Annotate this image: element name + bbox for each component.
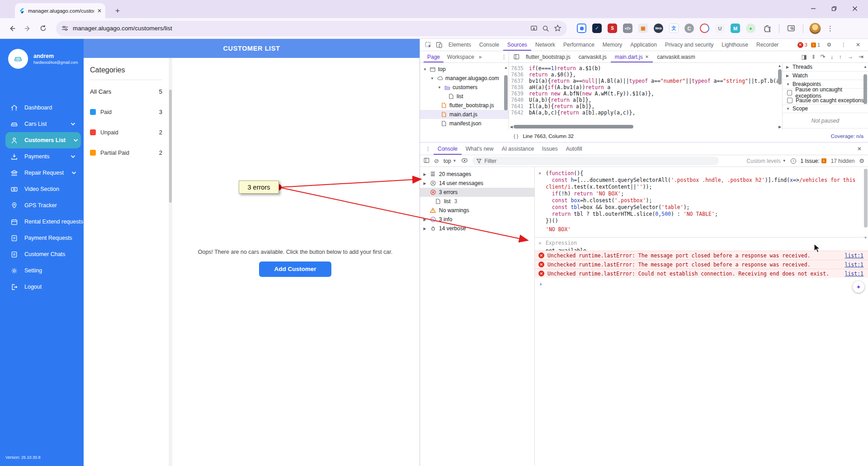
tab-performance[interactable]: Performance <box>559 39 599 51</box>
file-tab-flutter-bootstrap[interactable]: flutter_bootstrap.js <box>522 51 575 62</box>
live-expression-icon[interactable] <box>461 158 468 164</box>
tab-application[interactable]: Application <box>626 39 661 51</box>
chrome-menu-icon[interactable]: ⋮ <box>827 24 834 33</box>
error-source-link[interactable]: list:1 <box>844 262 863 268</box>
new-tab-button[interactable]: + <box>112 5 123 16</box>
debugger-scrollbar[interactable]: ▲ <box>863 65 867 104</box>
pause-caught-checkbox[interactable] <box>787 98 793 103</box>
tab-workspace[interactable]: Workspace <box>443 51 478 62</box>
browser-tab[interactable]: manager.alugago.com/custome ✕ <box>15 3 105 18</box>
tree-item-customers[interactable]: ▼ customers <box>420 83 509 92</box>
filter-errors-list-source[interactable]: list 3 <box>420 197 534 206</box>
console-prompt[interactable]: › <box>535 278 868 287</box>
issues-counter[interactable]: 1 Issue:1 <box>801 158 826 164</box>
devtools-error-badge[interactable]: ✕3 <box>797 42 807 48</box>
drawer-menu-icon[interactable]: ⋮ <box>423 143 434 154</box>
filter-paid[interactable]: Paid 3 <box>90 109 162 115</box>
reload-icon[interactable] <box>37 23 49 34</box>
profile-avatar[interactable] <box>809 23 821 34</box>
close-window-button[interactable] <box>844 0 865 17</box>
extension-code-icon[interactable]: </> <box>623 24 632 33</box>
code-editor[interactable]: 7635if(e===1)return a.$1(b)7636return a.… <box>509 63 783 130</box>
context-selector[interactable]: top▼ <box>443 158 457 164</box>
page-scrollbar[interactable] <box>169 58 172 466</box>
tab-recorder[interactable]: Recorder <box>752 39 783 51</box>
error-source-link[interactable]: list:1 <box>844 271 863 277</box>
console-filter-input[interactable]: Filter <box>472 157 719 165</box>
bookmark-star-icon[interactable] <box>554 24 561 32</box>
tab-elements[interactable]: Elements <box>444 39 475 51</box>
tab-close-icon[interactable]: ✕ <box>97 8 102 14</box>
tree-item-flutter-bootstrap[interactable]: flutter_bootstrap.js <box>420 101 509 110</box>
close-file-tab-icon[interactable]: ✕ <box>645 54 649 59</box>
extension-screen-recorder-icon[interactable] <box>577 24 586 33</box>
tab-page[interactable]: Page <box>424 51 443 62</box>
sidebar-item-video-section[interactable]: Video Section <box>0 181 84 197</box>
extension-check-icon[interactable]: ✓ <box>592 24 602 33</box>
extension-translate-icon[interactable]: 文 <box>669 24 679 33</box>
extension-u-icon[interactable]: U <box>715 24 725 33</box>
devtools-settings-icon[interactable]: ⚙ <box>824 39 835 50</box>
extension-plus-icon[interactable]: + <box>746 24 755 33</box>
custom-levels-dropdown[interactable]: Custom levels▼ <box>746 158 786 164</box>
devtools-warning-badge[interactable]: !1 <box>811 42 820 48</box>
editor-hscrollbar[interactable]: ◀▶ <box>509 124 782 129</box>
clear-console-icon[interactable]: ⊘ <box>434 157 439 164</box>
file-tab-main-dart-js[interactable]: main.dart.js✕ <box>611 51 653 62</box>
step-icon[interactable]: → <box>847 53 853 60</box>
console-sidebar-toggle-icon[interactable] <box>424 157 429 165</box>
filter-unpaid[interactable]: Unpaid 2 <box>90 129 162 136</box>
forward-icon[interactable] <box>22 23 33 34</box>
tab-memory[interactable]: Memory <box>599 39 626 51</box>
console-error-row[interactable]: ✕ Unchecked runtime.lastError: Could not… <box>535 269 868 278</box>
extension-spinner-icon[interactable] <box>700 24 709 33</box>
step-into-icon[interactable]: ↓ <box>830 53 834 60</box>
device-toolbar-icon[interactable] <box>434 39 444 50</box>
drawer-tab-issues[interactable]: Issues <box>538 143 562 155</box>
extension-m-icon[interactable]: M <box>731 24 740 33</box>
tree-item-manifest[interactable]: manifest.json <box>420 119 509 128</box>
more-tabs-icon[interactable]: » <box>479 54 482 60</box>
site-settings-icon[interactable] <box>61 25 68 32</box>
file-tab-canvaskit-wasm[interactable]: canvaskit.wasm <box>653 51 699 62</box>
collapse-icon[interactable]: ✕ <box>538 240 542 246</box>
add-customer-button[interactable]: Add Customer <box>259 262 331 277</box>
sidebar-item-payments[interactable]: Payments <box>0 148 84 165</box>
section-scope[interactable]: ▼Scope <box>783 105 868 113</box>
console-error-row[interactable]: ✕ Unchecked runtime.lastError: The messa… <box>535 260 868 269</box>
tree-item-main-dart-js[interactable]: main.dart.js <box>420 110 509 119</box>
collapse-icon[interactable]: ✕ <box>538 171 541 176</box>
console-settings-icon[interactable]: ⚙ <box>859 157 864 164</box>
tab-privacy[interactable]: Privacy and security <box>661 39 717 51</box>
devtools-close-icon[interactable]: ✕ <box>853 39 863 50</box>
pause-uncaught-row[interactable]: Pause on uncaught exceptions <box>783 89 868 96</box>
drawer-tab-whats-new[interactable]: What's new <box>462 143 498 155</box>
sidebar-item-customers-list[interactable]: Customers List <box>5 132 81 148</box>
drawer-close-icon[interactable]: ✕ <box>857 146 865 152</box>
tree-item-top[interactable]: ▼ top <box>420 65 509 74</box>
restore-button[interactable] <box>824 0 844 17</box>
step-over-icon[interactable]: ↷ <box>820 53 825 60</box>
drawer-tab-console[interactable]: Console <box>434 143 462 155</box>
filter-errors[interactable]: 3 errors <box>420 188 534 197</box>
pause-uncaught-checkbox[interactable] <box>787 90 792 95</box>
navigator-menu-icon[interactable]: ⋮ <box>501 54 507 60</box>
inspect-icon[interactable] <box>423 39 434 50</box>
error-source-link[interactable]: list:1 <box>844 252 863 259</box>
sidebar-item-cars-list[interactable]: Cars List <box>0 116 84 132</box>
filter-user-messages[interactable]: ▶ 14 user messages <box>420 179 534 188</box>
tab-console[interactable]: Console <box>475 39 503 51</box>
extension-files-icon[interactable]: ▣ <box>638 24 648 33</box>
sidebar-item-gps-tracker[interactable]: GPS Tracker <box>0 197 84 214</box>
install-icon[interactable] <box>530 25 538 32</box>
tree-item-extension-origin[interactable]: ▶ Convert - Automatic <box>420 128 509 130</box>
toggle-debugger-sidebar-icon[interactable]: ◨ <box>802 53 807 60</box>
extensions-puzzle-icon[interactable] <box>761 23 773 34</box>
drawer-tab-autofill[interactable]: Autofill <box>562 143 586 155</box>
tab-network[interactable]: Network <box>531 39 559 51</box>
filter-info[interactable]: ▶ 3 info <box>420 215 534 224</box>
sidebar-item-rental-extend[interactable]: Rental Extend requests <box>0 214 84 230</box>
drawer-tab-ai-assistance[interactable]: AI assistance <box>498 143 538 155</box>
console-scrollbar[interactable]: ▼ <box>863 169 868 240</box>
filter-verbose[interactable]: ▶ 14 verbose <box>420 224 534 233</box>
